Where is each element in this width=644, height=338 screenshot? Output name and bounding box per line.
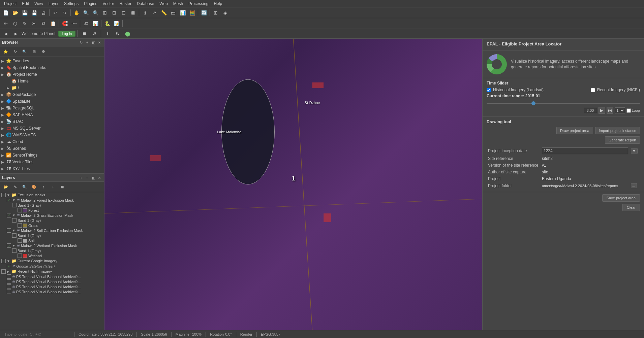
cut-btn[interactable]: ✂ xyxy=(30,19,38,28)
layer-recent-nicfi[interactable]: ▶ 📁 Recent Nicfi Imagery xyxy=(0,269,104,274)
forest-mask-checkbox[interactable] xyxy=(7,198,11,202)
layer-grass-band[interactable]: Band 1 (Gray) xyxy=(0,218,104,223)
inception-date-btn[interactable]: ▼ xyxy=(631,148,638,154)
soil-band-checkbox[interactable] xyxy=(12,233,17,238)
menu-settings[interactable]: Settings xyxy=(61,1,81,7)
new-project-btn[interactable]: 📄 xyxy=(1,8,10,17)
save-project-area-btn[interactable]: Save project area xyxy=(602,194,640,202)
nav-back-btn[interactable]: ◀ xyxy=(1,31,10,37)
open-btn[interactable]: 📂 xyxy=(11,8,20,17)
menu-help[interactable]: Help xyxy=(211,1,225,7)
time-slider-input[interactable] xyxy=(487,103,640,104)
save-as-btn[interactable]: 💾 xyxy=(30,8,38,17)
google-satellite-checkbox[interactable] xyxy=(7,264,11,268)
menu-web[interactable]: Web xyxy=(157,1,170,7)
soil-mask-checkbox[interactable] xyxy=(7,228,11,233)
menu-layer[interactable]: Layer xyxy=(46,1,61,7)
tree-postgresql[interactable]: ▶ 🐘 PostgreSQL xyxy=(0,105,104,111)
recent-imagery-label[interactable]: Recent Imagery (NICFI) xyxy=(597,88,640,92)
inception-date-input[interactable] xyxy=(542,147,628,154)
zoom-layer-btn[interactable]: ⊟ xyxy=(119,8,128,17)
slider-speed-select[interactable]: 123 xyxy=(615,107,625,113)
layer-wetland[interactable]: Wetland xyxy=(0,253,104,258)
info-btn[interactable]: ℹ xyxy=(103,29,112,38)
planet-btn[interactable]: ⬤ xyxy=(123,29,132,38)
slider-play-btn[interactable]: ▶ xyxy=(599,107,605,114)
tree-project-home[interactable]: ▶ 🏠 Project Home xyxy=(0,71,104,78)
layers-down-btn[interactable]: ↓ xyxy=(49,182,57,191)
map-area[interactable]: Lake Malombe St-Dzhoe 1 xyxy=(104,39,482,330)
grass-band-checkbox[interactable] xyxy=(12,218,17,223)
layer-nicfi-2[interactable]: ≋ PS Tropical Visual Biannual Archive©… xyxy=(0,279,104,284)
layers-close-btn[interactable]: ✕ xyxy=(97,175,102,180)
undo-btn[interactable]: ↩ xyxy=(51,8,60,17)
wetland-checkbox[interactable] xyxy=(18,253,22,258)
recent-nicfi-checkbox[interactable] xyxy=(1,269,6,274)
layer-soil-mask[interactable]: ▼ ≋ Malawi 2 Soil Carbon Exclusion Mask xyxy=(0,228,104,233)
paste-btn[interactable]: 📋 xyxy=(49,19,57,28)
select-btn[interactable]: ↗ xyxy=(150,8,159,17)
trace-btn[interactable]: 〰 xyxy=(70,19,79,28)
nicfi-1-checkbox[interactable] xyxy=(7,274,11,279)
layers-remove-btn[interactable]: − xyxy=(85,175,90,180)
browser-collapse2-btn[interactable]: ⊟ xyxy=(30,47,38,56)
locate-input[interactable] xyxy=(3,332,70,337)
map-canvas[interactable]: Lake Malombe St-Dzhoe 1 xyxy=(104,39,482,330)
layer-soil-band[interactable]: Band 1 (Gray) xyxy=(0,233,104,238)
layer-google-imagery[interactable]: ▼ 📁 Current Google Imagery xyxy=(0,258,104,264)
tree-stac[interactable]: ▶ 📡 STAC xyxy=(0,118,104,125)
layer-soil[interactable]: Soil xyxy=(0,238,104,243)
layers-add-btn[interactable]: + xyxy=(79,175,84,180)
import-project-instance-btn[interactable]: Import project instance xyxy=(595,127,640,134)
nicfi-4-checkbox[interactable] xyxy=(7,290,11,294)
clear-btn[interactable]: Clear xyxy=(622,204,640,211)
layer-grass[interactable]: Grass xyxy=(0,223,104,228)
menu-plugins[interactable]: Plugins xyxy=(81,1,100,7)
layer-forest-band[interactable]: Band 1 (Gray) xyxy=(0,203,104,208)
digitize-btn[interactable]: ✏ xyxy=(1,19,10,28)
grass-mask-checkbox[interactable] xyxy=(7,213,11,217)
tree-scenes[interactable]: ▶ 🛰 Scenes xyxy=(0,145,104,152)
stop-btn[interactable]: ⏹ xyxy=(80,29,89,38)
layer-nicfi-4[interactable]: ≋ PS Tropical Visual Biannual Archive©… xyxy=(0,289,104,294)
layer-google-satellite[interactable]: ≋ Google Satellite (latest) xyxy=(0,264,104,269)
browser-collapse-btn[interactable]: ◧ xyxy=(91,40,96,45)
refresh-btn[interactable]: 🔄 xyxy=(200,8,208,17)
forest-checkbox[interactable] xyxy=(18,208,22,212)
zoom-out-btn[interactable]: 🔍 xyxy=(91,8,100,17)
generate-report-btn[interactable]: Generate Report xyxy=(605,136,640,144)
tree-favorites[interactable]: ▶ ⭐ Favorites xyxy=(0,58,104,64)
layer-exclusion-masks[interactable]: ▼ 📁 Exclusion Masks xyxy=(0,192,104,198)
layers-up-btn[interactable]: ↑ xyxy=(39,182,48,191)
browser-refresh2-btn[interactable]: ↻ xyxy=(11,47,20,56)
login-btn[interactable]: Log in xyxy=(58,31,76,37)
statistical-btn[interactable]: 📊 xyxy=(178,8,187,17)
tree-sap-hana[interactable]: ▶ 🔶 SAP HANA xyxy=(0,111,104,118)
slider-step-btn[interactable]: ⏭ xyxy=(607,107,613,114)
layers-filter-btn[interactable]: 🔍 xyxy=(20,182,29,191)
menu-raster[interactable]: Raster xyxy=(117,1,134,7)
layer-wetland-band[interactable]: Band 1 (Gray) xyxy=(0,248,104,253)
layer-forest[interactable]: Forest xyxy=(0,208,104,213)
layer-forest-mask[interactable]: ▼ ≋ Malawi 2 Forest Exclusion Mask xyxy=(0,198,104,203)
layer-nicfi-3[interactable]: ≋ PS Tropical Visual Biannual Archive©… xyxy=(0,284,104,289)
grass-checkbox[interactable] xyxy=(18,223,22,228)
zoom-extent-btn[interactable]: ⊞ xyxy=(100,8,109,17)
folder-browse-btn[interactable]: ... xyxy=(631,183,637,188)
layers-collapse-btn[interactable]: ◧ xyxy=(91,175,96,180)
menu-edit[interactable]: Edit xyxy=(19,1,32,7)
browser-filter-btn[interactable]: 🔍 xyxy=(20,47,29,56)
layer-exclusion-masks-checkbox[interactable] xyxy=(1,193,6,197)
layers-style-btn[interactable]: 🎨 xyxy=(30,182,38,191)
loop-checkbox[interactable] xyxy=(626,108,631,113)
layers-open-btn[interactable]: 📂 xyxy=(1,182,10,191)
tree-root[interactable]: ▶ 📁 / xyxy=(0,84,104,91)
layer-nicfi-1[interactable]: ≋ PS Tropical Visual Biannual Archive©… xyxy=(0,274,104,279)
tree-wms[interactable]: ▶ 🌐 WMS/WMTS xyxy=(0,132,104,138)
browser-add-fav-btn[interactable]: ⭐ xyxy=(1,47,10,56)
browser-refresh-btn[interactable]: ↻ xyxy=(79,40,84,45)
3d-view-btn[interactable]: ◈ xyxy=(221,8,229,17)
identify-btn[interactable]: ℹ xyxy=(141,8,149,17)
layer-grass-mask[interactable]: ▼ ≋ Malawi 2 Grass Exclusion Mask xyxy=(0,213,104,218)
menu-view[interactable]: View xyxy=(32,1,46,7)
